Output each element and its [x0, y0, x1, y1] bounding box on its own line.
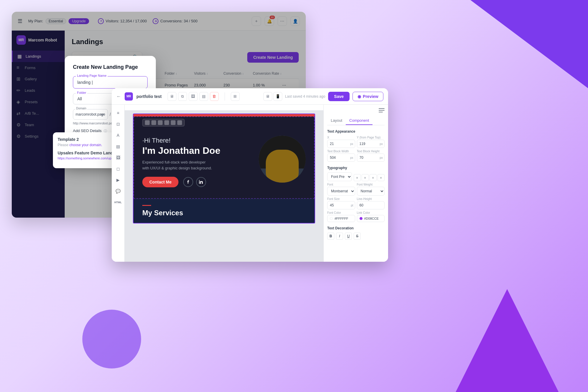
- font-color-dot: [330, 217, 333, 220]
- editor-crop-icon[interactable]: ⊡: [113, 119, 123, 129]
- panel-menu-icon[interactable]: [379, 108, 385, 112]
- editor-copy-icon[interactable]: ⧉: [178, 92, 187, 101]
- contact-me-button[interactable]: Contact Me: [142, 177, 178, 187]
- editor-image-add-icon[interactable]: 🖼: [113, 153, 123, 162]
- font-color-box[interactable]: #FFFFFF: [327, 215, 355, 222]
- align-justify-btn[interactable]: ≡: [377, 174, 385, 181]
- editor-play-icon[interactable]: ▶: [113, 175, 123, 185]
- editor-topbar: ← MR portfolio test 🖥 ⧉ 🖼 ▤ 🗑 ⊞ 🖥 📱 Last…: [112, 88, 388, 105]
- canvas-ruler: [125, 105, 323, 111]
- align-buttons: ≡ ≡ ≡ ≡: [354, 174, 385, 181]
- float-icon-2[interactable]: [151, 120, 156, 125]
- services-title: My Services: [142, 209, 306, 217]
- canvas-cta-row: Contact Me: [142, 177, 253, 187]
- linkedin-icon[interactable]: [196, 177, 206, 187]
- font-preset-group: Font Preset: [327, 172, 352, 181]
- italic-button[interactable]: I: [336, 233, 343, 240]
- link-color-hex: #D08CCE: [364, 217, 379, 220]
- editor-preview-button[interactable]: ◉ Preview: [353, 92, 383, 101]
- domain-select[interactable]: marcomrobot.page: [73, 109, 108, 120]
- editor-main: ≡ ⊡ A ▤ 🖼 ◻ ▶ 💬 HTML: [112, 105, 388, 262]
- float-icon-3[interactable]: [158, 120, 163, 125]
- alignment-group: ≡ ≡ ≡ ≡: [354, 174, 385, 181]
- choose-domain-link[interactable]: choose your domain.: [69, 143, 102, 147]
- underline-button[interactable]: U: [345, 233, 352, 240]
- bg-decoration-top: [470, 0, 588, 88]
- typography-title: Typography: [327, 166, 385, 170]
- editor-html-icon[interactable]: HTML: [113, 198, 123, 207]
- landing-name-group: Landing Page Name: [73, 76, 148, 89]
- facebook-icon[interactable]: [183, 177, 193, 187]
- wh-row: Text Block Width px Text Block Height px: [327, 150, 385, 162]
- y-unit: px: [380, 142, 383, 146]
- preview-icon: ◉: [358, 94, 361, 99]
- editor-image-icon[interactable]: 🖼: [189, 92, 198, 101]
- canvas-services-section: My Services: [133, 199, 315, 223]
- link-color-box[interactable]: #D08CCE: [357, 215, 385, 222]
- canvas-avatar: [259, 136, 306, 183]
- height-unit: px: [380, 156, 383, 159]
- float-icon-4[interactable]: [164, 120, 169, 125]
- width-input-group: Text Block Width px: [327, 150, 355, 162]
- editor-topbar-right: 🖥 📱 Last saved 4 minutes ago Save ◉ Prev…: [263, 92, 383, 101]
- tab-layout[interactable]: Layout: [327, 116, 346, 125]
- width-label: Text Block Width: [327, 150, 355, 153]
- x-unit: px: [350, 142, 353, 146]
- float-icon-1[interactable]: [145, 120, 150, 125]
- align-center-btn[interactable]: ≡: [362, 174, 369, 181]
- strikethrough-button[interactable]: S: [354, 233, 361, 240]
- editor-rows-icon[interactable]: ▤: [113, 142, 123, 151]
- editor-delete-icon[interactable]: 🗑: [210, 92, 219, 101]
- folder-label: Folder: [76, 91, 87, 94]
- align-right-btn[interactable]: ≡: [370, 174, 377, 181]
- font-weight-group: Font Weight Normal: [357, 183, 385, 196]
- canvas-greeting: ·Hi There!: [142, 137, 253, 144]
- modal-title: Create New Landing Page: [73, 64, 148, 70]
- mobile-preview-icon[interactable]: 📱: [273, 92, 282, 101]
- editor-left-toolbar: ≡ ⊡ A ▤ 🖼 ◻ ▶ 💬 HTML: [112, 105, 125, 262]
- font-preset-select[interactable]: Font Preset: [327, 172, 352, 181]
- preview-label: Preview: [363, 94, 378, 99]
- editor-grid-icon[interactable]: ⊞: [231, 92, 240, 101]
- link-color-group: Link Color #D08CCE: [357, 211, 385, 222]
- canvas-hero-text: ·Hi There! I'm Jonathan Doe Experienced …: [142, 131, 259, 187]
- canvas-top-bar-red: [133, 114, 315, 116]
- link-color-dot: [360, 217, 363, 220]
- height-input-group: Text Block Height px: [357, 150, 385, 162]
- editor-title: portfolio test: [136, 94, 162, 99]
- editor-shapes-icon[interactable]: ◻: [113, 164, 123, 174]
- font-group: Font Montserrat: [327, 183, 355, 196]
- editor-layout-icon[interactable]: ▤: [199, 92, 208, 101]
- float-icon-5[interactable]: [171, 120, 176, 125]
- editor-desktop-icon[interactable]: 🖥: [168, 92, 176, 101]
- xy-row: X px Y (from Page Top) px: [327, 136, 385, 148]
- editor-bubble-icon[interactable]: 💬: [113, 186, 123, 196]
- line-height-input[interactable]: [357, 201, 385, 209]
- editor-text-icon[interactable]: A: [113, 131, 123, 140]
- font-preset-row: Font Preset ≡ ≡ ≡ ≡: [327, 172, 385, 181]
- font-select[interactable]: Montserrat: [327, 187, 355, 196]
- line-height-group: Line-Height: [357, 197, 385, 209]
- editor-save-button[interactable]: Save: [328, 92, 350, 101]
- canvas-name: I'm Jonathan Doe: [142, 146, 253, 156]
- text-decoration-title: Text Decoration: [327, 226, 385, 230]
- editor-back-icon[interactable]: ←: [116, 94, 121, 99]
- width-unit: px: [350, 156, 353, 159]
- size-lh-row: Font Size pt Line-Height: [327, 197, 385, 209]
- x-label: X: [327, 136, 355, 139]
- font-label: Font: [327, 183, 355, 186]
- right-panel: Layout Component Text Appearance X px Y …: [323, 105, 388, 262]
- tab-component[interactable]: Component: [346, 116, 372, 125]
- font-size-unit: pt: [351, 204, 353, 207]
- domain-wrap: Domain marcomrobot.page: [73, 109, 108, 120]
- bold-button[interactable]: B: [327, 233, 334, 240]
- domain-label: Domain: [75, 107, 87, 110]
- desktop-preview-icon[interactable]: 🖥: [263, 92, 272, 101]
- landing-name-input[interactable]: [73, 76, 148, 89]
- editor-menu-icon[interactable]: ≡: [113, 108, 123, 118]
- align-left-btn[interactable]: ≡: [354, 174, 361, 181]
- bg-decoration-bottom: [456, 289, 559, 392]
- float-icon-6[interactable]: [177, 120, 182, 125]
- panel-tabs: Layout Component: [327, 116, 385, 125]
- font-weight-select[interactable]: Normal: [357, 187, 385, 196]
